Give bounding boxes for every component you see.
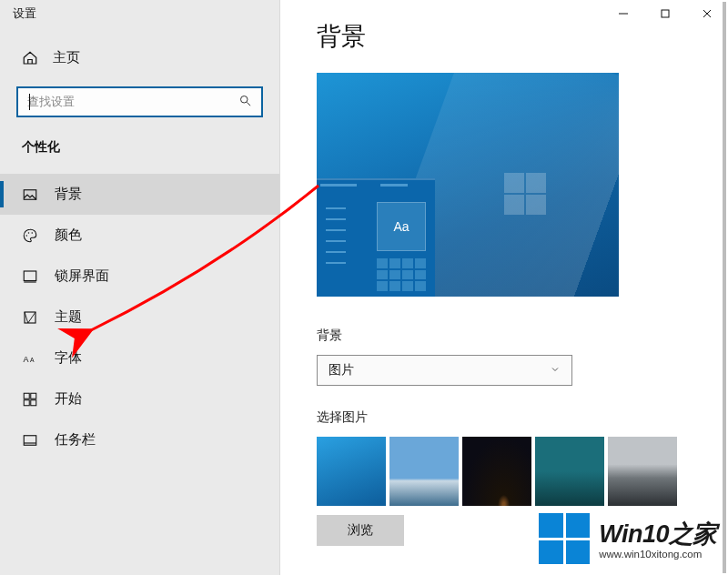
lock-screen-icon [22, 268, 38, 285]
browse-button[interactable]: 浏览 [317, 515, 404, 546]
search-input[interactable]: 查找设置 [16, 86, 263, 117]
section-label: 个性化 [0, 139, 279, 165]
picture-thumbnail[interactable] [389, 437, 459, 506]
sidebar-item-label: 锁屏界面 [55, 267, 109, 285]
svg-rect-18 [31, 399, 36, 405]
home-nav[interactable]: 主页 [0, 40, 279, 76]
preview-sample-window: Aa [317, 178, 435, 297]
preview-sample-text: Aa [377, 202, 426, 251]
picture-thumbnails [317, 437, 692, 506]
sidebar-item-start[interactable]: 开始 [0, 378, 279, 419]
font-icon: AA [22, 350, 38, 367]
svg-point-8 [28, 232, 30, 234]
sidebar-item-taskbar[interactable]: 任务栏 [0, 419, 279, 460]
svg-rect-17 [24, 399, 29, 405]
sidebar: 主页 查找设置 个性化 背景 颜色 锁屏界面 [0, 0, 280, 575]
picture-thumbnail[interactable] [462, 437, 531, 506]
picture-thumbnail[interactable] [608, 437, 677, 506]
home-icon [22, 50, 38, 66]
sidebar-item-label: 背景 [55, 186, 82, 203]
background-label: 背景 [317, 328, 692, 344]
picture-thumbnail[interactable] [317, 437, 386, 506]
home-label: 主页 [53, 49, 80, 66]
sidebar-item-colors[interactable]: 颜色 [0, 215, 279, 256]
picture-icon [22, 187, 38, 203]
svg-point-4 [241, 96, 248, 104]
dropdown-value: 图片 [329, 362, 354, 378]
maximize-button[interactable] [644, 0, 686, 27]
sidebar-item-label: 字体 [55, 349, 82, 367]
sidebar-item-lockscreen[interactable]: 锁屏界面 [0, 256, 279, 297]
minimize-button[interactable] [602, 0, 644, 27]
theme-icon [22, 309, 38, 326]
svg-point-9 [32, 232, 34, 234]
sidebar-item-label: 任务栏 [55, 431, 96, 449]
svg-rect-10 [24, 271, 36, 281]
svg-rect-16 [31, 393, 36, 398]
search-icon [238, 94, 252, 110]
background-type-dropdown[interactable]: 图片 [317, 355, 572, 386]
svg-line-5 [247, 102, 250, 106]
palette-icon [22, 227, 38, 244]
titlebar: 设置 [0, 0, 728, 27]
start-icon [22, 391, 38, 408]
window-controls [602, 0, 728, 27]
picture-thumbnail[interactable] [535, 437, 604, 506]
sidebar-item-background[interactable]: 背景 [0, 174, 279, 215]
sidebar-item-label: 开始 [55, 390, 82, 408]
svg-rect-19 [24, 435, 36, 445]
close-button[interactable] [686, 0, 728, 27]
search-placeholder: 查找设置 [27, 94, 238, 110]
watermark: Win10之家 www.win10xitong.com [539, 513, 717, 564]
sidebar-item-label: 颜色 [55, 227, 82, 244]
titlebar-title: 设置 [0, 6, 36, 22]
svg-rect-1 [662, 10, 669, 17]
browse-button-label: 浏览 [348, 522, 373, 539]
svg-rect-15 [24, 393, 29, 398]
desktop-preview: Aa [317, 73, 619, 297]
watermark-title: Win10之家 [599, 518, 717, 550]
taskbar-icon [22, 432, 38, 449]
watermark-url: www.win10xitong.com [599, 549, 717, 560]
sidebar-item-fonts[interactable]: AA 字体 [0, 338, 279, 378]
svg-point-7 [26, 235, 28, 237]
watermark-logo-icon [539, 513, 590, 564]
svg-text:A: A [30, 356, 35, 362]
chevron-down-icon [550, 363, 561, 378]
svg-text:A: A [24, 354, 29, 363]
sidebar-item-themes[interactable]: 主题 [0, 297, 279, 338]
main-content: 背景 Aa 背景 图片 选择图片 [280, 0, 728, 575]
sidebar-item-label: 主题 [55, 308, 82, 326]
choose-picture-label: 选择图片 [317, 409, 692, 426]
vertical-scrollbar[interactable] [723, 2, 726, 573]
